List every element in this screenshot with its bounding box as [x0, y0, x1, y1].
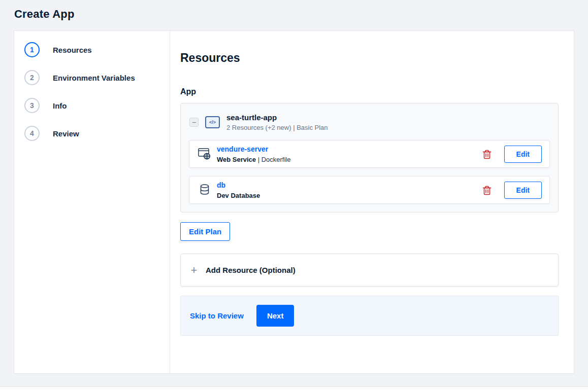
web-service-icon	[197, 148, 212, 160]
resource-actions: Edit	[482, 146, 542, 163]
resource-subtitle: Dev Database	[217, 192, 260, 199]
add-resource-section[interactable]: + Add Resource (Optional)	[180, 254, 559, 287]
page-title: Create App	[0, 0, 588, 30]
app-group-header: − </> sea-turtle-app 2 Resources (+2 new…	[181, 103, 558, 140]
step-info[interactable]: 3 Info	[14, 98, 170, 113]
delete-resource-icon[interactable]	[482, 185, 492, 195]
resource-rows: vendure-server Web Service | Dockerfile	[181, 140, 558, 212]
step-number-badge: 3	[24, 98, 40, 113]
skip-to-review-link[interactable]: Skip to Review	[190, 311, 244, 320]
plus-icon: +	[190, 266, 198, 274]
app-meta: sea-turtle-app 2 Resources (+2 new) | Ba…	[226, 113, 328, 131]
step-number-badge: 1	[24, 42, 40, 57]
resource-row-db: db Dev Database	[189, 176, 550, 204]
app-summary: 2 Resources (+2 new) | Basic Plan	[226, 124, 328, 131]
step-label: Resources	[53, 46, 92, 54]
resource-type: Dev Database	[217, 192, 260, 199]
edit-resource-button[interactable]: Edit	[504, 146, 542, 163]
step-resources[interactable]: 1 Resources	[14, 42, 170, 57]
step-number-badge: 2	[24, 70, 40, 85]
resource-type: Web Service	[217, 156, 256, 163]
resource-name-link[interactable]: vendure-server	[217, 145, 268, 153]
wizard-content: Resources App − </> sea-turtle-app 2 Res…	[170, 31, 574, 373]
content-heading: Resources	[180, 51, 559, 65]
app-section-label: App	[180, 87, 559, 96]
app-code-icon: </>	[205, 116, 220, 128]
collapse-app-button[interactable]: −	[189, 118, 199, 127]
edit-resource-button[interactable]: Edit	[504, 182, 542, 199]
step-review[interactable]: 4 Review	[14, 126, 170, 141]
resource-name-link[interactable]: db	[217, 181, 225, 189]
resource-actions: Edit	[482, 182, 542, 199]
resource-subtitle: Web Service | Dockerfile	[217, 156, 291, 163]
step-number-badge: 4	[24, 126, 40, 141]
database-icon	[197, 184, 212, 196]
wizard-footer-bar: Skip to Review Next	[180, 296, 559, 336]
step-label: Review	[53, 129, 79, 138]
step-label: Environment Variables	[53, 74, 135, 82]
resource-meta: db Dev Database	[217, 181, 260, 199]
next-button[interactable]: Next	[256, 305, 295, 327]
delete-resource-icon[interactable]	[482, 149, 492, 159]
wizard-card: 1 Resources 2 Environment Variables 3 In…	[14, 30, 574, 374]
step-label: Info	[53, 101, 67, 110]
add-resource-label: Add Resource (Optional)	[206, 266, 296, 274]
wizard-stepper: 1 Resources 2 Environment Variables 3 In…	[14, 31, 170, 373]
resource-detail: | Dockerfile	[256, 156, 290, 163]
page-footer-strip	[0, 386, 588, 390]
app-name: sea-turtle-app	[226, 113, 328, 122]
resource-row-vendure-server: vendure-server Web Service | Dockerfile	[189, 140, 550, 168]
app-group-box: − </> sea-turtle-app 2 Resources (+2 new…	[180, 103, 559, 212]
step-environment-variables[interactable]: 2 Environment Variables	[14, 70, 170, 85]
edit-plan-button[interactable]: Edit Plan	[180, 222, 230, 241]
create-app-page: Create App 1 Resources 2 Environment Var…	[0, 0, 588, 390]
resource-meta: vendure-server Web Service | Dockerfile	[217, 145, 291, 163]
